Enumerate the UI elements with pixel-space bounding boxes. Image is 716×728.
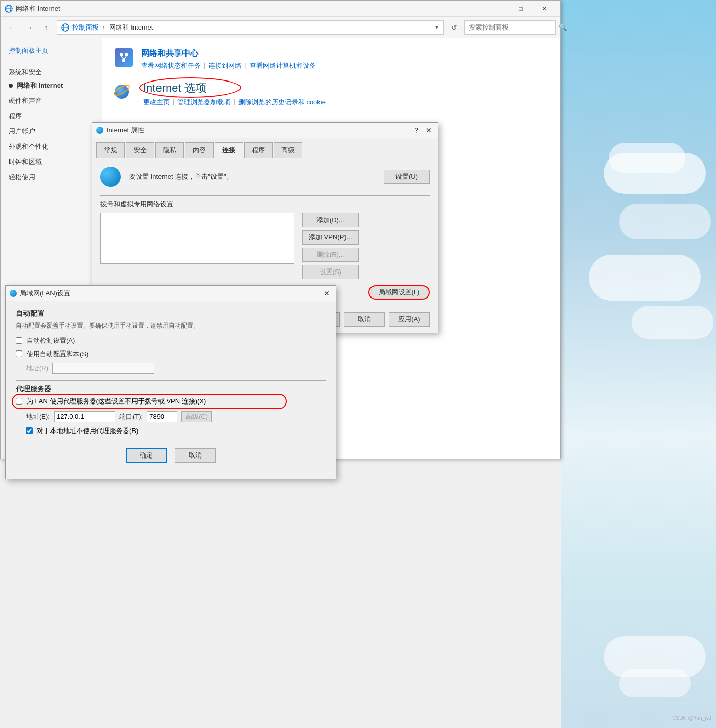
lan-cancel-button[interactable]: 取消 [175, 448, 216, 463]
internet-options-section: Internet 选项 更改主页 | 管理浏览器加载项 | 删除浏览的历史记录和… [115, 80, 548, 107]
sidebar-item-system[interactable]: 系统和安全 [1, 64, 102, 79]
svg-rect-7 [125, 53, 128, 56]
search-input[interactable] [465, 23, 559, 31]
dropdown-icon[interactable]: ▼ [434, 24, 439, 30]
divider1 [100, 195, 430, 196]
remove-button[interactable]: 删除(R)... [302, 248, 359, 262]
proxy-port-input[interactable] [147, 411, 177, 422]
tab-security[interactable]: 安全 [126, 142, 154, 158]
use-proxy-label: 为 LAN 使用代理服务器(这些设置不用于拨号或 VPN 连接)(X) [26, 397, 206, 406]
delete-history-link[interactable]: 删除浏览的历史记录和 cookie [238, 98, 326, 107]
svg-line-9 [121, 56, 124, 59]
refresh-button[interactable]: ↺ [447, 20, 461, 35]
internet-properties-title-text: Internet 属性 [96, 126, 144, 135]
settings-button[interactable]: 设置(S) [302, 265, 359, 279]
add-button[interactable]: 添加(D)... [302, 213, 359, 227]
manage-addons-link[interactable]: 管理浏览器加载项 [177, 98, 230, 107]
address-text: 控制面板 › 网络和 Internet [72, 23, 153, 32]
address-icon [61, 23, 69, 32]
connect-row: 要设置 Internet 连接，单击"设置"。 设置(U) [100, 167, 430, 187]
auto-detect-checkbox[interactable] [16, 337, 22, 344]
dialup-title: 拨号和虚拟专用网络设置 [100, 200, 430, 209]
auto-config-desc: 自动配置会覆盖手动设置。要确保使用手动设置，请禁用自动配置。 [16, 321, 326, 330]
sidebar-item-appearance[interactable]: 外观和个性化 [1, 138, 102, 153]
script-address-input[interactable] [52, 363, 154, 374]
proxy-address-label: 地址(E): [26, 412, 50, 421]
dialog-ie-icon [96, 127, 103, 134]
bypass-checkbox[interactable] [26, 427, 33, 434]
view-status-link[interactable]: 查看网络状态和任务 [141, 61, 201, 70]
title-bar-left: 网络和 Internet [5, 4, 60, 13]
lan-title-text: 局域网(LAN)设置 [10, 289, 70, 298]
sidebar-home-link[interactable]: 控制面板主页 [1, 44, 102, 58]
sidebar-item-clock[interactable]: 时钟和区域 [1, 153, 102, 169]
lan-divider [16, 380, 326, 381]
ie-icon-container [115, 80, 135, 101]
lan-ok-button[interactable]: 确定 [126, 448, 167, 463]
forward-button[interactable]: → [22, 20, 36, 35]
connect-network-link[interactable]: 连接到网络 [208, 61, 242, 70]
tab-content[interactable]: 内容 [185, 142, 214, 158]
tab-general[interactable]: 常规 [96, 142, 125, 158]
svg-rect-6 [120, 53, 123, 56]
network-sharing-icon [115, 48, 133, 67]
up-button[interactable]: ↑ [39, 20, 54, 35]
internet-options-content: Internet 选项 更改主页 | 管理浏览器加载项 | 删除浏览的历史记录和… [143, 80, 548, 107]
back-button[interactable]: ← [5, 20, 19, 35]
network-sharing-content: 网络和共享中心 查看网络状态和任务 | 连接到网络 | 查看网络计算机和设备 [141, 48, 548, 70]
sidebar-item-programs[interactable]: 程序 [1, 107, 102, 123]
use-script-checkbox[interactable] [16, 350, 22, 357]
tab-programs[interactable]: 程序 [244, 142, 273, 158]
add-vpn-button[interactable]: 添加 VPN(P)... [302, 230, 359, 245]
dialog-close-button[interactable]: ✕ [423, 125, 434, 136]
tab-advanced[interactable]: 高级 [274, 142, 302, 158]
sidebar-item-hardware[interactable]: 硬件和声音 [1, 92, 102, 107]
lan-title-bar: 局域网(LAN)设置 ✕ [6, 286, 336, 301]
network-sharing-links: 查看网络状态和任务 | 连接到网络 | 查看网络计算机和设备 [141, 61, 548, 70]
use-script-label: 使用自动配置脚本(S) [26, 349, 88, 359]
active-indicator [9, 84, 13, 88]
vpn-list[interactable] [100, 213, 294, 264]
minimize-button[interactable]: ─ [486, 1, 509, 17]
script-address-label: 地址(R) [26, 364, 48, 373]
use-script-row: 使用自动配置脚本(S) [16, 349, 326, 359]
proxy-section-title: 代理服务器 [16, 385, 326, 394]
title-bar: 网络和 Internet ─ □ ✕ [1, 1, 560, 17]
sidebar-item-network[interactable]: 网络和 Internet [1, 79, 102, 92]
search-box: 🔍 [464, 20, 556, 35]
change-homepage-link[interactable]: 更改主页 [143, 98, 170, 107]
close-button[interactable]: ✕ [533, 1, 556, 17]
address-input[interactable]: 控制面板 › 网络和 Internet ▼ [57, 20, 444, 35]
use-proxy-checkbox[interactable] [16, 398, 22, 405]
lan-body: 自动配置 自动配置会覆盖手动设置。要确保使用手动设置，请禁用自动配置。 自动检测… [6, 301, 336, 479]
lan-close-button[interactable]: ✕ [322, 288, 332, 299]
proxy-address-input[interactable] [54, 411, 115, 422]
dialog-tabs: 常规 安全 隐私 内容 连接 程序 高级 [92, 138, 438, 158]
sidebar-item-ease[interactable]: 轻松使用 [1, 169, 102, 184]
maximize-button[interactable]: □ [509, 1, 533, 17]
lan-dialog-icon [10, 290, 17, 297]
proxy-advanced-button[interactable]: 高级(C) [181, 411, 212, 422]
connect-globe-icon [100, 167, 121, 187]
vpn-buttons: 添加(D)... 添加 VPN(P)... 删除(R)... 设置(S) [302, 213, 359, 279]
lan-settings-button[interactable]: 局域网设置(L) [368, 285, 430, 300]
title-bar-controls: ─ □ ✕ [486, 1, 556, 17]
connect-text: 要设置 Internet 连接，单击"设置"。 [129, 172, 376, 181]
script-address-row: 地址(R) [26, 363, 326, 374]
setup-button[interactable]: 设置(U) [384, 170, 430, 184]
network-icon [5, 5, 13, 13]
dialog-help-button[interactable]: ? [411, 125, 421, 136]
tab-privacy[interactable]: 隐私 [155, 142, 184, 158]
auto-config-title: 自动配置 [16, 309, 326, 318]
auto-detect-label: 自动检测设置(A) [26, 336, 75, 345]
view-computers-link[interactable]: 查看网络计算机和设备 [250, 61, 316, 70]
address-bar: ← → ↑ 控制面板 › 网络和 Internet ▼ ↺ 🔍 [1, 17, 560, 38]
sidebar-item-user[interactable]: 用户帐户 [1, 123, 102, 138]
dialog-cancel-button[interactable]: 取消 [344, 312, 385, 327]
dialog-apply-button[interactable]: 应用(A) [389, 312, 430, 327]
tab-connection[interactable]: 连接 [215, 142, 243, 158]
network-sharing-title: 网络和共享中心 [141, 48, 548, 59]
auto-detect-row: 自动检测设置(A) [16, 336, 326, 345]
search-button[interactable]: 🔍 [559, 20, 567, 35]
bypass-row: 对于本地地址不使用代理服务器(B) [26, 426, 326, 436]
